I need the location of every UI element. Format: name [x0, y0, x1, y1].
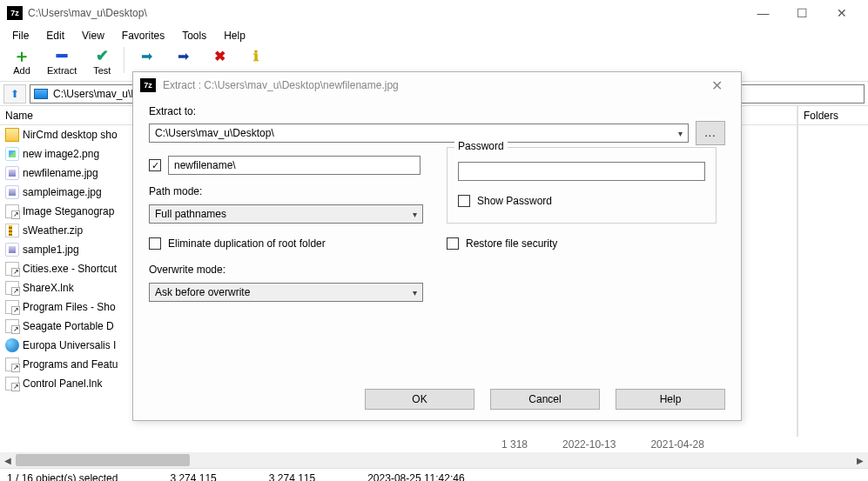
window-title: C:\Users\mav_u\Desktop\: [28, 7, 147, 19]
scroll-thumb[interactable]: [16, 454, 190, 466]
file-name: newfilename.jpg: [23, 167, 98, 179]
extract-to-combo[interactable]: C:\Users\mav_u\Desktop\ ▾: [149, 124, 689, 143]
file-name: Cities.exe - Shortcut: [23, 263, 117, 275]
password-label: Password: [454, 140, 508, 152]
pathmode-label: Path mode:: [149, 185, 202, 197]
show-password-checkbox[interactable]: [458, 195, 470, 207]
file-name: Programs and Featu: [23, 358, 118, 371]
minus-icon: ━: [57, 47, 67, 64]
dialog-titlebar[interactable]: 7z Extract : C:\Users\mav_u\Desktop\newf…: [133, 72, 741, 98]
folder-icon: [5, 128, 19, 142]
toolbar-delete[interactable]: ✖: [201, 45, 238, 66]
restore-security-checkbox[interactable]: [447, 237, 459, 250]
file-name: sampleimage.jpg: [23, 186, 102, 198]
chevron-down-icon: ▾: [413, 288, 417, 297]
jpg-icon: [5, 166, 19, 180]
menu-help[interactable]: Help: [215, 28, 254, 43]
toolbar-move[interactable]: ➡: [165, 45, 201, 66]
detail-date1: 2022-10-13: [562, 438, 616, 451]
file-name: Program Files - Sho: [23, 301, 116, 313]
column-name[interactable]: Name: [5, 110, 33, 122]
eliminate-label: Eliminate duplication of root folder: [168, 237, 326, 250]
dialog-close-button[interactable]: ✕: [699, 77, 734, 94]
cancel-button[interactable]: Cancel: [490, 389, 600, 410]
file-name: new image2.png: [23, 148, 99, 160]
check-icon: ✔: [96, 47, 109, 64]
statusbar: 1 / 16 object(s) selected 3 274 115 3 27…: [0, 468, 868, 481]
file-name: sample1.jpg: [23, 244, 79, 256]
dialog-title: Extract : C:\Users\mav_u\Desktop\newfile…: [163, 79, 399, 91]
menu-view[interactable]: View: [73, 28, 113, 43]
menu-file[interactable]: File: [3, 28, 37, 43]
toolbar-test[interactable]: ✔ Test: [84, 45, 120, 77]
file-name: ShareX.lnk: [23, 282, 74, 294]
toolbar-separator: [124, 47, 124, 73]
status-selection: 1 / 16 object(s) selected: [7, 472, 118, 482]
scroll-left-icon[interactable]: ◀: [0, 452, 16, 468]
show-password-label: Show Password: [477, 195, 552, 207]
scroll-track[interactable]: [16, 452, 852, 468]
lnk-icon: [5, 204, 19, 218]
toolbar-add-label: Add: [13, 65, 30, 76]
status-size1: 3 274 115: [170, 472, 216, 482]
menu-edit[interactable]: Edit: [37, 28, 73, 43]
folders-panel: Folders: [798, 106, 868, 437]
toolbar-extract[interactable]: ━ Extract: [40, 45, 84, 77]
extract-dialog: 7z Extract : C:\Users\mav_u\Desktop\newf…: [132, 71, 742, 421]
plus-icon: ＋: [13, 47, 30, 64]
jpg-icon: [5, 185, 19, 199]
file-name: Image Steganograp: [23, 205, 114, 217]
detail-row: 1 318 2022-10-13 2021-04-28: [0, 437, 868, 452]
overwrite-label: Overwrite mode:: [149, 264, 225, 276]
lnk-icon: [5, 262, 19, 276]
password-input[interactable]: [458, 162, 705, 181]
maximize-button[interactable]: ☐: [783, 0, 822, 26]
subfolder-input[interactable]: newfilename\: [168, 156, 421, 175]
toolbar-extract-label: Extract: [47, 65, 77, 76]
lnk-icon: [5, 300, 19, 314]
pathmode-value: Full pathnames: [155, 208, 226, 220]
restore-security-label: Restore file security: [466, 237, 557, 250]
x-icon: ✖: [214, 47, 225, 64]
toolbar-test-label: Test: [93, 65, 111, 76]
file-name: Europa Universalis I: [23, 339, 116, 351]
close-button[interactable]: ✕: [822, 0, 861, 26]
chevron-down-icon: ▾: [678, 129, 683, 138]
drive-icon: [34, 89, 48, 99]
app-icon: 7z: [7, 6, 23, 20]
titlebar: 7z C:\Users\mav_u\Desktop\ — ☐ ✕: [0, 0, 868, 26]
pathmode-select[interactable]: Full pathnames ▾: [149, 204, 423, 224]
help-button[interactable]: Help: [616, 389, 725, 410]
ok-button[interactable]: OK: [365, 389, 474, 410]
file-name: Control Panel.lnk: [23, 377, 102, 390]
eliminate-checkbox[interactable]: [149, 237, 161, 250]
lnk-icon: [5, 281, 19, 295]
arrow-right-dark-icon: ➡: [178, 47, 189, 64]
zip-icon: [5, 224, 19, 237]
up-button[interactable]: ⬆: [3, 84, 26, 104]
toolbar-info[interactable]: ℹ: [238, 45, 274, 66]
folders-header[interactable]: Folders: [798, 106, 868, 125]
png-icon: [5, 147, 19, 161]
subfolder-checkbox[interactable]: [149, 159, 161, 171]
menu-favorites[interactable]: Favorites: [113, 28, 173, 43]
lnk-icon: [5, 357, 19, 371]
menu-tools[interactable]: Tools: [173, 28, 215, 43]
file-name: Seagate Portable D: [23, 320, 114, 332]
dialog-app-icon: 7z: [140, 78, 156, 92]
info-icon: ℹ: [253, 47, 259, 64]
toolbar-copy[interactable]: ➡: [128, 45, 165, 66]
password-fieldset: Password Show Password: [447, 147, 717, 224]
detail-size: 1 318: [501, 438, 528, 451]
file-name: sWeather.zip: [23, 224, 83, 237]
scroll-right-icon[interactable]: ▶: [852, 452, 868, 468]
subfolder-value: newfilename\: [174, 159, 236, 171]
overwrite-select[interactable]: Ask before overwrite ▾: [149, 283, 423, 302]
toolbar-add[interactable]: ＋ Add: [3, 45, 40, 77]
jpg-icon: [5, 243, 19, 257]
horizontal-scrollbar[interactable]: ◀ ▶: [0, 452, 868, 468]
arrow-right-icon: ➡: [141, 47, 152, 64]
status-size2: 3 274 115: [269, 472, 315, 482]
extract-to-label: Extract to:: [149, 105, 196, 117]
minimize-button[interactable]: —: [744, 0, 783, 26]
